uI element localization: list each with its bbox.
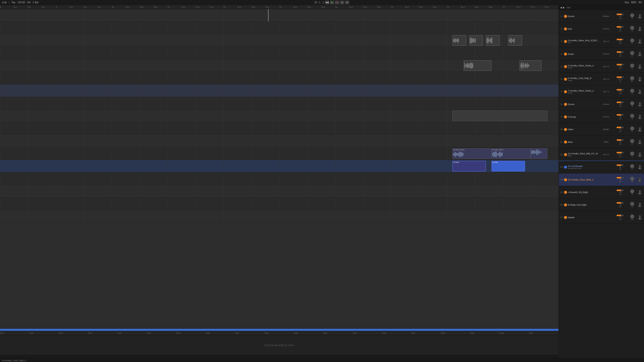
track-send-button[interactable]: S	[639, 14, 641, 16]
track-row[interactable]	[0, 110, 558, 122]
track-row[interactable]	[0, 198, 558, 210]
drop-zone[interactable]: Drop Audio Effects Here	[0, 335, 558, 355]
track-fader-area[interactable]: 20-inf	[613, 164, 628, 170]
track-send-button[interactable]: BL	[638, 92, 641, 94]
collapse-icon[interactable]: ◀	[560, 6, 562, 9]
track-fader-area[interactable]: -inf-inf	[613, 26, 628, 32]
link-button[interactable]: Link	[2, 1, 7, 4]
track-fader-area[interactable]: -inf-inf	[613, 139, 628, 145]
track-pan-area[interactable]: C	[628, 177, 636, 183]
audio-clip[interactable]: Armaku_Rave_	[452, 148, 491, 159]
time-sig-display[interactable]: 4/4	[27, 1, 31, 4]
track-fader-area[interactable]: -0.0-inf	[613, 102, 628, 107]
track-send-button[interactable]: BL	[638, 41, 641, 44]
track-fader[interactable]	[617, 127, 624, 128]
track-row[interactable]	[0, 72, 558, 84]
track-fader[interactable]	[617, 139, 624, 141]
track-destination[interactable]: Master	[600, 128, 612, 130]
mixer-track-row[interactable]: 8DrumsDrums-0.0-infSSBL	[559, 98, 644, 111]
track-send-button[interactable]: S	[639, 77, 641, 79]
track-fader[interactable]	[617, 26, 624, 28]
track-send-button[interactable]: BL	[638, 129, 641, 132]
track-fader-area[interactable]: -inf-inf	[613, 215, 628, 220]
track-fader[interactable]	[617, 114, 624, 116]
track-pan-knob[interactable]	[630, 126, 634, 130]
track-row[interactable]	[0, 185, 558, 198]
track-fader-area[interactable]: -33.0-inf	[613, 89, 628, 95]
track-send-button[interactable]: S	[639, 127, 641, 129]
track-row[interactable]	[0, 122, 558, 135]
track-pan-knob[interactable]	[630, 76, 634, 80]
mixer-track-row[interactable]: 77 Armaku_Rave_Snare_2SnareExt. In-33.0-…	[559, 85, 644, 98]
track-send-button[interactable]: S	[639, 52, 641, 54]
loop-button[interactable]: ⟳	[345, 1, 349, 4]
track-send-button[interactable]: BL	[638, 79, 641, 81]
track-pan-knob[interactable]	[630, 214, 634, 218]
track-pan-knob[interactable]	[630, 164, 634, 168]
mixer-track-row[interactable]: 16B Delay | EQ Eight-inf-infCSBL	[559, 199, 644, 211]
audio-clip[interactable]: Armaku_Rave_	[492, 148, 531, 159]
track-pan-area[interactable]: C	[628, 189, 636, 195]
track-pan-area[interactable]: C	[628, 51, 636, 57]
track-send-button[interactable]: S	[639, 64, 641, 67]
track-destination[interactable]: Ext. In	[600, 153, 612, 156]
midi-button[interactable]: MIDI	[631, 1, 636, 4]
audio-clip[interactable]	[452, 111, 547, 121]
track-destination[interactable]: Ext. In	[600, 78, 612, 80]
track-fader[interactable]	[617, 14, 624, 15]
track-fader[interactable]	[617, 190, 624, 191]
track-send-button[interactable]: BL	[638, 104, 641, 107]
back-button[interactable]: ◀◀	[325, 1, 329, 4]
track-pan-area[interactable]: C	[628, 152, 636, 157]
track-send-button[interactable]: BL	[638, 16, 641, 19]
track-destination[interactable]: Ext. In	[600, 65, 612, 68]
track-row[interactable]: ArmakuArmaku	[0, 160, 558, 172]
track-fader[interactable]	[617, 51, 624, 53]
track-pan-knob[interactable]	[630, 152, 634, 156]
track-destination[interactable]: Master	[600, 15, 612, 17]
track-send-button[interactable]: S	[639, 215, 641, 217]
track-send-button[interactable]: BL	[638, 180, 641, 182]
stop-button[interactable]: ■	[335, 1, 339, 4]
track-pan-knob[interactable]	[630, 51, 634, 55]
track-pan-knob[interactable]	[630, 177, 634, 181]
audio-clip[interactable]	[486, 35, 500, 46]
track-fader[interactable]	[617, 64, 624, 65]
mixer-track-row[interactable]: 55 Armaku_Rave_Snare_4SnareExt. In-37b-i…	[559, 60, 644, 73]
tap-button[interactable]: Tap	[11, 1, 15, 4]
track-fader[interactable]	[617, 89, 624, 90]
track-row[interactable]	[0, 97, 558, 110]
track-fader[interactable]	[617, 152, 624, 153]
track-send-button[interactable]: S	[639, 89, 641, 92]
track-send-button[interactable]: BL	[638, 54, 641, 56]
track-destination[interactable]: Drums	[600, 28, 612, 30]
track-row[interactable]	[0, 210, 558, 223]
track-row[interactable]	[0, 9, 558, 22]
track-row[interactable]: Armaku_Rave_Armaku_Rave_	[0, 147, 558, 160]
track-send-button[interactable]: BL	[638, 205, 641, 207]
track-pan-area[interactable]: S	[628, 114, 636, 120]
bar-display[interactable]: 1 Bar	[33, 1, 39, 4]
horizontal-scrollbar[interactable]	[0, 355, 558, 358]
track-destination[interactable]: Ext. In	[600, 40, 612, 42]
track-send-button[interactable]: S	[639, 203, 641, 205]
track-pan-knob[interactable]	[630, 114, 634, 118]
track-fader[interactable]	[617, 177, 624, 178]
track-pan-knob[interactable]	[630, 89, 634, 93]
mixer-track-row[interactable]: 2KickDrums-inf-infCSBL	[559, 23, 644, 35]
audio-clip[interactable]	[469, 35, 483, 46]
mixer-track-row[interactable]: 15A Reverb | EQ Eight-inf-infCSBL	[559, 186, 644, 199]
record-button[interactable]: ●	[340, 1, 344, 4]
audio-clip[interactable]	[452, 35, 466, 46]
track-pan-area[interactable]: C	[628, 202, 636, 208]
track-pan-area[interactable]: BL	[628, 76, 636, 82]
track-pan-knob[interactable]	[630, 101, 634, 105]
track-pan-area[interactable]: S	[628, 101, 636, 107]
track-destination[interactable]: Drums	[600, 116, 612, 118]
track-row[interactable]	[0, 22, 558, 34]
track-row[interactable]	[0, 47, 558, 59]
track-send-button[interactable]: BL	[638, 217, 641, 220]
track-pan-area[interactable]: C	[628, 38, 636, 44]
track-send-button[interactable]: S	[639, 165, 641, 167]
mixer-track-row[interactable]: 4SnareDrums-inf-infCSBL	[559, 48, 644, 60]
